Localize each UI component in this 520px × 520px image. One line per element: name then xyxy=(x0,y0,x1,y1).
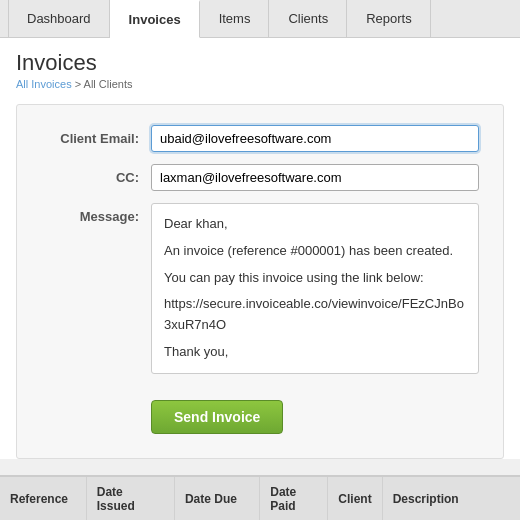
nav-tab-items[interactable]: Items xyxy=(200,0,270,37)
col-date-issued: Date Issued xyxy=(86,477,174,520)
nav-tab-clients[interactable]: Clients xyxy=(269,0,347,37)
nav-tab-dashboard[interactable]: Dashboard xyxy=(8,0,110,37)
cc-field xyxy=(151,164,479,191)
invoices-table: Reference Date Issued Date Due Date Paid… xyxy=(0,477,520,520)
nav-tab-invoices[interactable]: Invoices xyxy=(110,0,200,38)
nav-bar: Dashboard Invoices Items Clients Reports xyxy=(0,0,520,38)
col-description: Description xyxy=(382,477,520,520)
message-link: https://secure.invoiceable.co/viewinvoic… xyxy=(164,294,466,336)
client-email-row: Client Email: xyxy=(41,125,479,152)
col-date-paid: Date Paid xyxy=(260,477,328,520)
cc-row: CC: xyxy=(41,164,479,191)
col-client: Client xyxy=(328,477,382,520)
breadcrumb-link[interactable]: All Invoices xyxy=(16,78,72,90)
message-field: Dear khan, An invoice (reference #000001… xyxy=(151,203,479,374)
table-section: Reference Date Issued Date Due Date Paid… xyxy=(0,475,520,520)
message-line5: Thank you, xyxy=(164,342,466,363)
client-email-field xyxy=(151,125,479,152)
table-header: Reference Date Issued Date Due Date Paid… xyxy=(0,477,520,520)
col-reference: Reference xyxy=(0,477,86,520)
client-email-input[interactable] xyxy=(151,125,479,152)
page-title: Invoices xyxy=(16,50,504,76)
message-line1: Dear khan, xyxy=(164,214,466,235)
message-line3: You can pay this invoice using the link … xyxy=(164,268,466,289)
breadcrumb-current: All Clients xyxy=(84,78,133,90)
send-invoice-button[interactable]: Send Invoice xyxy=(151,400,283,434)
breadcrumb: All Invoices > All Clients xyxy=(16,78,504,90)
message-row: Message: Dear khan, An invoice (referenc… xyxy=(41,203,479,374)
nav-tab-reports[interactable]: Reports xyxy=(347,0,431,37)
col-date-due: Date Due xyxy=(174,477,259,520)
form-card: Client Email: CC: Message: Dear khan, An… xyxy=(16,104,504,459)
breadcrumb-separator: > xyxy=(72,78,84,90)
client-email-label: Client Email: xyxy=(41,125,151,146)
cc-input[interactable] xyxy=(151,164,479,191)
message-box: Dear khan, An invoice (reference #000001… xyxy=(151,203,479,374)
message-line2: An invoice (reference #000001) has been … xyxy=(164,241,466,262)
message-label: Message: xyxy=(41,203,151,224)
page-content: Invoices All Invoices > All Clients Clie… xyxy=(0,38,520,459)
cc-label: CC: xyxy=(41,164,151,185)
